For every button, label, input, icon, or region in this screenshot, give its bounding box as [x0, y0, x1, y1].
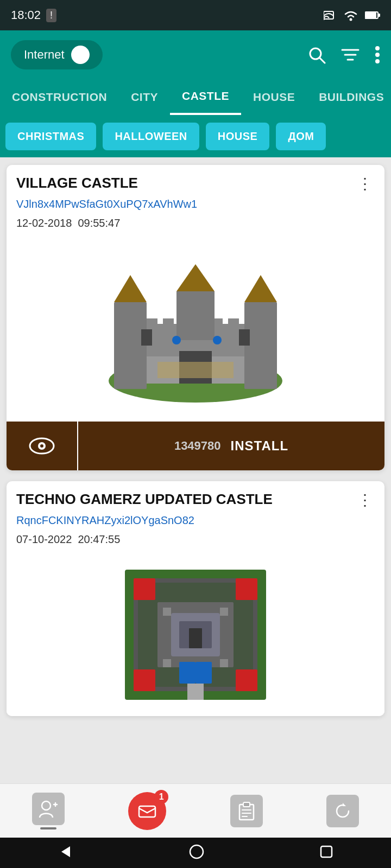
- internet-toggle[interactable]: Internet: [11, 40, 103, 69]
- card-actions-1: 1349780 INSTALL: [7, 422, 384, 470]
- recents-button[interactable]: [320, 845, 333, 860]
- eye-button-1[interactable]: [7, 422, 77, 470]
- cast-icon: [324, 9, 337, 21]
- main-content: VILLAGE CASTLE ⋮ VJln8x4MPwSfaGt0XuPQ7xA…: [0, 157, 391, 814]
- svg-rect-46: [236, 578, 257, 600]
- card-link-2[interactable]: RqncFCKINYRAHZyxi2lOYgaSnO82: [7, 512, 384, 531]
- time-display: 18:02: [11, 8, 41, 22]
- card-image-1: [7, 237, 384, 422]
- svg-rect-4: [365, 12, 376, 18]
- home-button[interactable]: [189, 844, 204, 861]
- svg-rect-32: [239, 329, 250, 346]
- refresh-icon: [326, 795, 359, 827]
- status-bar: 18:02 !: [0, 0, 391, 30]
- svg-point-34: [213, 336, 222, 344]
- svg-rect-54: [220, 608, 228, 616]
- svg-line-7: [319, 58, 325, 63]
- bottom-nav: 1: [0, 783, 391, 838]
- svg-point-13: [375, 59, 380, 63]
- nav-tabs: CONSTRUCTION CITY CASTLE HOUSE BUILDINGS: [0, 79, 391, 115]
- tab-construction[interactable]: CONSTRUCTION: [0, 79, 119, 115]
- toggle-label: Internet: [24, 48, 65, 62]
- header-icons: [307, 46, 380, 64]
- clipboard-icon: [230, 795, 263, 827]
- svg-point-59: [42, 801, 51, 810]
- svg-rect-45: [134, 578, 155, 600]
- card-title-1: VILLAGE CASTLE: [16, 175, 355, 192]
- nav-item-clipboard[interactable]: [230, 795, 263, 827]
- card-header-1: VILLAGE CASTLE ⋮: [7, 165, 384, 196]
- svg-point-70: [190, 845, 203, 858]
- svg-point-33: [172, 336, 181, 344]
- wifi-icon: [343, 9, 358, 21]
- battery-icon: [365, 11, 380, 20]
- svg-rect-53: [163, 608, 171, 616]
- svg-rect-58: [189, 628, 202, 648]
- svg-marker-69: [61, 846, 70, 857]
- svg-rect-52: [187, 684, 204, 700]
- nav-item-person-add[interactable]: [32, 793, 65, 829]
- svg-rect-62: [139, 806, 155, 817]
- chip-halloween[interactable]: HALLOWEEN: [103, 123, 199, 150]
- svg-marker-68: [343, 803, 346, 806]
- svg-rect-22: [228, 318, 239, 329]
- nav-item-inbox[interactable]: 1: [128, 792, 166, 830]
- card-image-2: [7, 553, 384, 716]
- tab-castle[interactable]: CASTLE: [170, 79, 241, 115]
- card-date-1: 12-02-2018 09:55:47: [7, 215, 384, 237]
- status-bar-right: [324, 9, 380, 21]
- svg-rect-64: [243, 802, 250, 807]
- card-village-castle: VILLAGE CASTLE ⋮ VJln8x4MPwSfaGt0XuPQ7xA…: [7, 165, 384, 470]
- card-menu-2[interactable]: ⋮: [355, 491, 375, 509]
- header-bar: Internet: [0, 30, 391, 79]
- install-count-1: 1349780: [174, 439, 221, 453]
- tab-house[interactable]: HOUSE: [241, 79, 307, 115]
- person-add-icon: [32, 793, 65, 825]
- search-icon[interactable]: [307, 46, 326, 64]
- svg-rect-28: [176, 291, 215, 340]
- chip-house[interactable]: HOUSE: [206, 123, 270, 150]
- card-menu-1[interactable]: ⋮: [355, 175, 375, 193]
- filter-chips: CHRISTMAS HALLOWEEN HOUSE ДОМ: [0, 115, 391, 157]
- svg-marker-25: [114, 275, 147, 302]
- nav-item-refresh[interactable]: [326, 795, 359, 827]
- eye-icon: [29, 436, 55, 456]
- card-link-1[interactable]: VJln8x4MPwSfaGt0XuPQ7xAVhWw1: [7, 196, 384, 215]
- card-date-2: 07-10-2022 20:47:55: [7, 531, 384, 553]
- card-title-2: TECHNO GAMERZ UPDATED CASTLE: [16, 491, 355, 508]
- alert-icon: !: [46, 9, 56, 22]
- svg-rect-50: [179, 662, 195, 684]
- svg-point-1: [324, 18, 325, 20]
- svg-rect-17: [147, 318, 157, 329]
- svg-rect-55: [163, 659, 171, 667]
- tab-buildings[interactable]: BUILDINGS: [307, 79, 391, 115]
- svg-rect-37: [157, 362, 234, 378]
- svg-rect-18: [163, 318, 174, 329]
- svg-point-12: [375, 53, 380, 57]
- svg-rect-56: [220, 659, 228, 667]
- svg-marker-27: [244, 275, 277, 302]
- techno-castle-svg: [109, 559, 282, 711]
- svg-point-2: [350, 18, 352, 21]
- system-nav: [0, 838, 391, 868]
- chip-christmas[interactable]: CHRISTMAS: [5, 123, 96, 150]
- card-header-2: TECHNO GAMERZ UPDATED CASTLE ⋮: [7, 481, 384, 512]
- toggle-knob: [71, 46, 90, 64]
- chip-dom[interactable]: ДОМ: [276, 123, 326, 150]
- svg-marker-29: [176, 264, 215, 291]
- village-castle-svg: [92, 248, 299, 411]
- filter-icon[interactable]: [341, 47, 360, 62]
- inbox-badge: 1: [154, 790, 168, 804]
- status-bar-left: 18:02 !: [11, 8, 56, 22]
- svg-rect-71: [321, 846, 332, 857]
- svg-point-40: [40, 444, 43, 448]
- svg-rect-31: [141, 329, 152, 346]
- install-button-1[interactable]: 1349780 INSTALL: [78, 422, 384, 470]
- svg-rect-51: [195, 662, 212, 684]
- more-icon[interactable]: [375, 46, 380, 64]
- svg-rect-5: [378, 14, 380, 17]
- back-button[interactable]: [58, 844, 73, 861]
- svg-rect-48: [236, 669, 257, 691]
- card-techno-castle: TECHNO GAMERZ UPDATED CASTLE ⋮ RqncFCKIN…: [7, 481, 384, 716]
- tab-city[interactable]: CITY: [119, 79, 170, 115]
